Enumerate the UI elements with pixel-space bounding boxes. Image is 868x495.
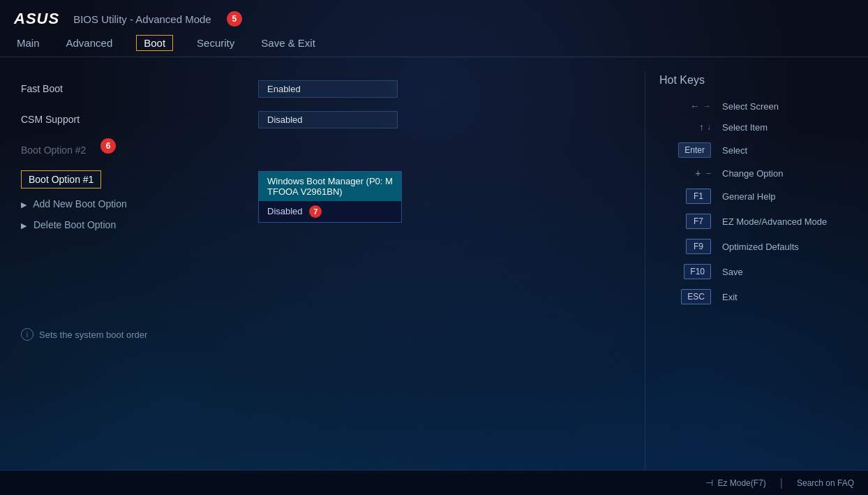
- ez-mode-label: Ez Mode(F7): [717, 478, 765, 488]
- delete-boot-option-arrow: ▶: [21, 221, 27, 230]
- search-faq-item[interactable]: Search on FAQ: [797, 478, 854, 488]
- header: ASUS BIOS Utility - Advanced Mode 5: [0, 0, 868, 28]
- step-badge-5: 5: [227, 11, 242, 27]
- hotkey-esc-desc: Exit: [722, 292, 738, 302]
- hotkey-select-item-desc: Select Item: [722, 122, 768, 133]
- hotkey-f9-desc: Optimized Defaults: [722, 242, 799, 252]
- hotkey-enter-keys: Enter: [659, 142, 722, 158]
- step-badge-7: 7: [309, 205, 322, 218]
- hotkey-f1-desc: General Help: [722, 191, 776, 202]
- main-panel: Fast Boot Enabled CSM Support Disabled B…: [0, 71, 645, 495]
- hotkeys-panel: Hot Keys ← → Select Screen ↑ ↓ Select It…: [645, 71, 868, 495]
- boot-option-1-dropdown-container: Windows Boot Manager (P0: M Windows Boot…: [258, 171, 402, 189]
- info-text: Sets the system boot order: [39, 330, 147, 340]
- tab-security[interactable]: Security: [194, 36, 237, 50]
- boot-option-1-row[interactable]: Boot Option #1 Windows Boot Manager (P0:…: [21, 170, 624, 189]
- hotkey-f9-keys: F9: [659, 239, 722, 254]
- main-content: ASUS BIOS Utility - Advanced Mode 5 Main…: [0, 0, 868, 495]
- hotkey-select-screen-keys: ← →: [659, 101, 722, 112]
- hotkeys-title: Hot Keys: [659, 71, 854, 87]
- fast-boot-row: Fast Boot Enabled: [21, 78, 624, 99]
- hotkey-f10-keys: F10: [659, 264, 722, 279]
- csm-support-value[interactable]: Disabled: [258, 111, 398, 128]
- ez-mode-icon: ⊣: [705, 478, 713, 488]
- hotkey-change-option-keys: + –: [659, 168, 722, 179]
- hotkey-f10-desc: Save: [722, 267, 743, 277]
- boot-option-dropdown-menu: Windows Boot Manager (P0: M TFOOA V2961B…: [258, 171, 402, 223]
- ez-mode-item[interactable]: ⊣ Ez Mode(F7): [705, 478, 765, 488]
- hotkey-f7: F7 EZ Mode/Advanced Mode: [659, 214, 854, 229]
- hotkey-enter: Enter Select: [659, 142, 854, 158]
- info-bar: i Sets the system boot order: [21, 314, 624, 341]
- add-boot-option-arrow: ▶: [21, 200, 27, 209]
- asus-logo: ASUS: [14, 10, 59, 28]
- search-faq-label: Search on FAQ: [797, 478, 854, 488]
- enter-key: Enter: [678, 142, 711, 158]
- f9-key: F9: [686, 239, 711, 254]
- f10-key: F10: [684, 264, 711, 279]
- nav-tabs: Main Advanced Boot Security Save & Exit: [0, 28, 868, 57]
- dropdown-item-disabled[interactable]: Disabled 7: [259, 201, 401, 222]
- hotkey-esc: ESC Exit: [659, 289, 854, 304]
- tab-advanced[interactable]: Advanced: [63, 36, 116, 50]
- hotkey-f7-desc: EZ Mode/Advanced Mode: [722, 216, 827, 227]
- hotkey-separator-2: ↓: [707, 122, 711, 132]
- info-icon: i: [21, 328, 33, 341]
- tab-main[interactable]: Main: [14, 36, 43, 50]
- bottom-bar: ⊣ Ez Mode(F7) | Search on FAQ: [0, 470, 868, 495]
- arrow-left-icon: ←: [690, 101, 700, 112]
- csm-support-label: CSM Support: [21, 114, 258, 125]
- hotkey-select-item: ↑ ↓ Select Item: [659, 121, 854, 133]
- delete-boot-option-label: ▶ Delete Boot Option: [21, 219, 258, 230]
- boot-option-1-label-container: Boot Option #1: [21, 170, 258, 189]
- arrow-up-icon: ↑: [699, 121, 704, 133]
- minus-icon: –: [706, 168, 711, 178]
- tab-boot[interactable]: Boot: [136, 35, 173, 51]
- body-layout: Fast Boot Enabled CSM Support Disabled B…: [0, 57, 868, 495]
- add-boot-option-label: ▶ Add New Boot Option: [21, 198, 258, 209]
- hotkey-f10: F10 Save: [659, 264, 854, 279]
- boot-option-2-row: Boot Option #2 6: [21, 140, 624, 161]
- hotkey-select-item-keys: ↑ ↓: [659, 121, 722, 133]
- fast-boot-label: Fast Boot: [21, 83, 258, 94]
- plus-icon: +: [695, 168, 701, 179]
- csm-support-row: CSM Support Disabled: [21, 109, 624, 130]
- hotkey-f1-keys: F1: [659, 189, 722, 204]
- dropdown-item-windows[interactable]: Windows Boot Manager (P0: M TFOOA V2961B…: [259, 172, 401, 201]
- hotkey-change-option-desc: Change Option: [722, 168, 783, 179]
- step-badge-6: 6: [100, 138, 116, 154]
- f7-key: F7: [686, 214, 711, 229]
- hotkey-separator: →: [703, 101, 711, 111]
- hotkey-enter-desc: Select: [722, 145, 747, 156]
- f1-key: F1: [686, 189, 711, 204]
- esc-key: ESC: [681, 289, 711, 304]
- boot-option-1-label: Boot Option #1: [21, 170, 101, 189]
- tab-save-exit[interactable]: Save & Exit: [258, 36, 318, 50]
- hotkey-select-screen: ← → Select Screen: [659, 101, 854, 112]
- hotkey-esc-keys: ESC: [659, 289, 722, 304]
- hotkey-f1: F1 General Help: [659, 189, 854, 204]
- hotkey-select-screen-desc: Select Screen: [722, 101, 779, 112]
- bios-title: BIOS Utility - Advanced Mode: [73, 13, 211, 25]
- fast-boot-value[interactable]: Enabled: [258, 80, 398, 98]
- hotkey-f7-keys: F7: [659, 214, 722, 229]
- bottom-divider: |: [780, 477, 783, 489]
- boot-option-2-label: Boot Option #2: [21, 145, 258, 156]
- hotkey-change-option: + – Change Option: [659, 168, 854, 179]
- hotkey-f9: F9 Optimized Defaults: [659, 239, 854, 254]
